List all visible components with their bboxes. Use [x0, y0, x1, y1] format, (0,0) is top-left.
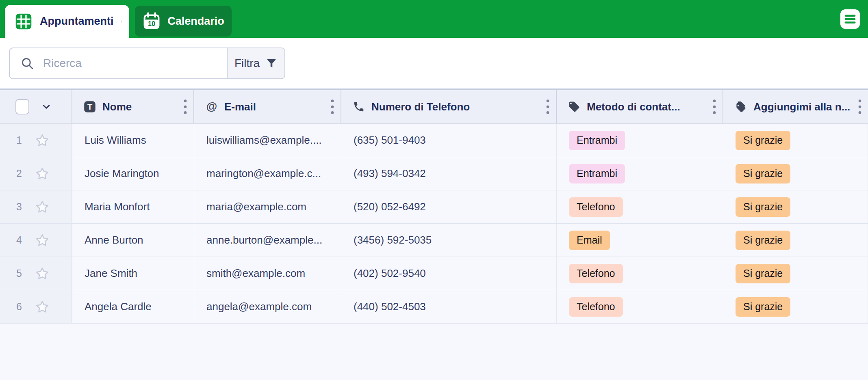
table-row[interactable]: 1 Luis Williams luiswilliams@example....…	[0, 124, 868, 157]
cell-nome[interactable]: Anne Burton	[72, 224, 194, 257]
text-icon	[84, 101, 96, 113]
data-table: Nome E-mail Numero di Telefono Metodo di…	[0, 89, 868, 324]
table-row[interactable]: 6 Angela Cardle angela@example.com (440)…	[0, 290, 868, 324]
column-header[interactable]: Numero di Telefono	[341, 90, 557, 123]
star-icon[interactable]	[35, 200, 50, 214]
cell-email[interactable]: maria@example.com	[194, 190, 341, 223]
select-all-checkbox[interactable]	[15, 99, 29, 114]
column-menu-kebab-icon[interactable]	[545, 99, 550, 115]
column-header[interactable]: Metodo di contat...	[557, 90, 723, 123]
star-icon[interactable]	[35, 266, 50, 281]
app-header-bar: Appuntamenti Calendario	[0, 0, 868, 38]
cell-email[interactable]: smith@example.com	[194, 257, 341, 290]
row-gutter: 3	[0, 190, 72, 223]
status-badge[interactable]: Si grazie	[736, 297, 790, 317]
cell-telefono[interactable]: (635) 501-9403	[341, 124, 557, 157]
column-header[interactable]: Aggiungimi alla n...	[723, 90, 868, 123]
column-header[interactable]: E-mail	[194, 90, 341, 123]
cell-telefono[interactable]: (493) 594-0342	[341, 157, 557, 190]
tab-appuntamenti[interactable]: Appuntamenti	[5, 5, 129, 38]
status-badge[interactable]: Si grazie	[736, 197, 790, 217]
row-number: 2	[16, 168, 26, 179]
status-badge[interactable]: Si grazie	[736, 164, 790, 184]
star-icon[interactable]	[35, 166, 50, 181]
cell-metodo-di-contatto[interactable]: Entrambi	[557, 157, 723, 190]
column-menu-kebab-icon[interactable]	[183, 99, 188, 115]
calendar-icon	[142, 12, 161, 30]
status-badge[interactable]: Entrambi	[569, 131, 625, 150]
cell-aggiungimi[interactable]: Si grazie	[723, 157, 868, 190]
row-gutter: 2	[0, 157, 72, 190]
table-row[interactable]: 2 Josie Marington marington@example.c...…	[0, 157, 868, 190]
at-icon	[206, 101, 218, 113]
table-body: 1 Luis Williams luiswilliams@example....…	[0, 124, 868, 324]
column-header-label: Nome	[102, 101, 132, 113]
table-grid-icon	[15, 13, 33, 30]
cell-nome[interactable]: Angela Cardle	[72, 290, 194, 323]
cell-telefono[interactable]: (520) 052-6492	[341, 190, 557, 223]
cell-aggiungimi[interactable]: Si grazie	[723, 290, 868, 323]
filter-funnel-icon	[265, 57, 278, 69]
filter-button-label: Filtra	[234, 57, 260, 70]
column-menu-kebab-icon[interactable]	[712, 99, 717, 115]
cell-telefono[interactable]: (440) 502-4503	[341, 290, 557, 323]
cell-aggiungimi[interactable]: Si grazie	[723, 190, 868, 223]
search-input[interactable]	[43, 57, 227, 70]
status-badge[interactable]: Entrambi	[569, 164, 625, 184]
column-menu-kebab-icon[interactable]	[330, 99, 335, 115]
cell-email[interactable]: angela@example.com	[194, 290, 341, 323]
main-menu-button[interactable]	[840, 9, 860, 29]
star-icon[interactable]	[35, 133, 50, 148]
cell-aggiungimi[interactable]: Si grazie	[723, 124, 868, 157]
row-gutter: 4	[0, 224, 72, 257]
search-box[interactable]	[10, 48, 227, 78]
row-gutter: 1	[0, 124, 72, 157]
cell-telefono[interactable]: (3456) 592-5035	[341, 224, 557, 257]
toolbar: Filtra	[0, 38, 868, 89]
tab-appuntamenti-label: Appuntamenti	[40, 15, 114, 28]
cell-nome[interactable]: Luis Williams	[72, 124, 194, 157]
status-badge[interactable]: Telefono	[569, 197, 623, 217]
filter-button[interactable]: Filtra	[227, 48, 284, 78]
cell-email[interactable]: anne.burton@example...	[194, 224, 341, 257]
cell-telefono[interactable]: (402) 502-9540	[341, 257, 557, 290]
table-header-gutter	[0, 90, 72, 123]
cell-metodo-di-contatto[interactable]: Email	[557, 224, 723, 257]
tag-icon	[568, 101, 580, 113]
status-badge[interactable]: Si grazie	[736, 131, 790, 150]
table-row[interactable]: 5 Jane Smith smith@example.com (402) 502…	[0, 257, 868, 290]
tags-icon	[735, 101, 747, 113]
tab-calendario-label: Calendario	[167, 15, 224, 28]
cell-email[interactable]: luiswilliams@example....	[194, 124, 341, 157]
column-header-label: Aggiungimi alla n...	[753, 101, 850, 113]
cell-nome[interactable]: Jane Smith	[72, 257, 194, 290]
row-number: 5	[16, 268, 26, 279]
column-header[interactable]: Nome	[72, 90, 194, 123]
cell-metodo-di-contatto[interactable]: Telefono	[557, 190, 723, 223]
cell-nome[interactable]: Josie Marington	[72, 157, 194, 190]
cell-metodo-di-contatto[interactable]: Telefono	[557, 290, 723, 323]
status-badge[interactable]: Telefono	[569, 297, 623, 317]
row-gutter: 5	[0, 257, 72, 290]
status-badge[interactable]: Email	[569, 231, 610, 250]
chevron-down-icon[interactable]	[41, 101, 52, 112]
column-header-label: Numero di Telefono	[371, 101, 470, 113]
cell-metodo-di-contatto[interactable]: Entrambi	[557, 124, 723, 157]
table-row[interactable]: 3 Maria Monfort maria@example.com (520) …	[0, 190, 868, 224]
cell-aggiungimi[interactable]: Si grazie	[723, 257, 868, 290]
status-badge[interactable]: Si grazie	[736, 264, 790, 283]
status-badge[interactable]: Telefono	[569, 264, 623, 283]
cell-nome[interactable]: Maria Monfort	[72, 190, 194, 223]
table-row[interactable]: 4 Anne Burton anne.burton@example... (34…	[0, 224, 868, 257]
tab-options-kebab-icon[interactable]	[121, 13, 122, 30]
status-badge[interactable]: Si grazie	[736, 231, 790, 250]
star-icon[interactable]	[35, 233, 50, 248]
cell-metodo-di-contatto[interactable]: Telefono	[557, 257, 723, 290]
column-header-label: Metodo di contat...	[587, 101, 680, 113]
row-number: 6	[16, 301, 26, 313]
cell-aggiungimi[interactable]: Si grazie	[723, 224, 868, 257]
tab-calendario[interactable]: Calendario	[135, 6, 232, 37]
column-menu-kebab-icon[interactable]	[857, 99, 862, 115]
cell-email[interactable]: marington@example.c...	[194, 157, 341, 190]
star-icon[interactable]	[35, 300, 50, 314]
